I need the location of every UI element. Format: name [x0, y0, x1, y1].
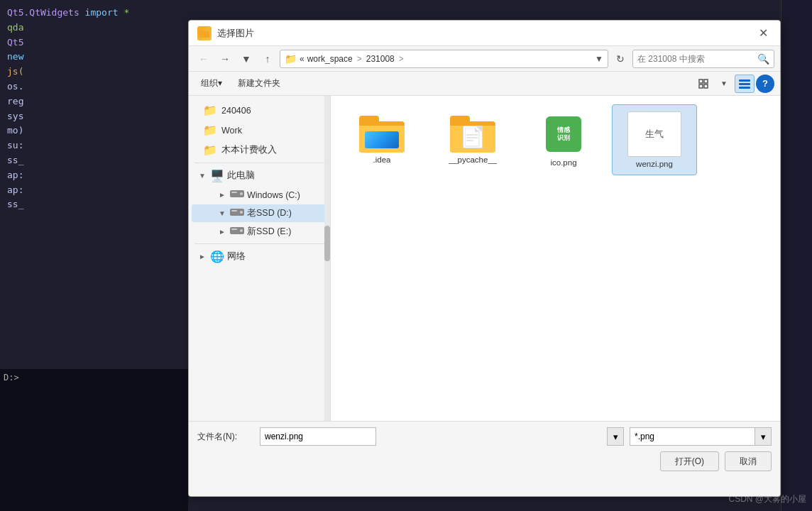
sidebar-label-muben: 木本计费收入 [221, 144, 277, 156]
view-buttons: ▼ ? [693, 75, 774, 93]
title-bar-left: 选择图片 [197, 26, 254, 40]
svg-rect-10 [231, 192, 237, 193]
address-segment-1: work_space [307, 54, 353, 64]
wenzi-file-icon: 生气 [627, 111, 681, 157]
sidebar-divider [194, 163, 324, 163]
svg-rect-1 [199, 30, 204, 33]
dialog-title: 选择图片 [217, 27, 254, 40]
filename-input-wrapper: ▾ [260, 427, 624, 446]
sidebar-item-muben[interactable]: 📁 木本计费收入 [192, 141, 327, 160]
sidebar-drive-d[interactable]: ▼ 老SSD (D:) [192, 204, 327, 222]
drive-icon-e [230, 226, 244, 238]
terminal-background: D:> [0, 369, 188, 511]
sidebar-this-pc[interactable]: ▼ 🖥️ 此电脑 [192, 166, 327, 185]
sidebar-scrollbar-thumb[interactable] [324, 226, 330, 261]
folder-icon-muben: 📁 [203, 143, 217, 157]
sidebar: 📁 240406 📁 Work 📁 木本计费收入 ▼ 🖥️ 此电脑 ► [189, 96, 331, 421]
forward-button[interactable]: → [216, 50, 234, 68]
ico-file-icon: 情感识别 [542, 113, 585, 155]
sidebar-label-work: Work [221, 126, 242, 136]
bottom-bar: 文件名(N): ▾ *.png ▾ 打开(O) 取消 [189, 421, 780, 497]
navigation-toolbar: ← → ▼ ↑ 📁 « work_space > 231008 > ▼ ↻ 🔍 [189, 46, 780, 72]
refresh-button[interactable]: ↻ [611, 50, 630, 68]
svg-rect-8 [739, 87, 750, 89]
folder-icon-idea [359, 116, 405, 153]
filename-input[interactable] [260, 427, 376, 446]
expand-c[interactable]: ► [217, 190, 227, 200]
search-icon: 🔍 [757, 53, 769, 65]
expand-this-pc[interactable]: ▼ [197, 171, 207, 181]
svg-point-14 [240, 211, 243, 214]
expand-d[interactable]: ▼ [217, 209, 227, 219]
expand-network[interactable]: ► [197, 252, 207, 262]
address-bar[interactable]: 📁 « work_space > 231008 > ▼ [280, 50, 608, 68]
folder-icon-work: 📁 [203, 123, 217, 137]
close-button[interactable]: ✕ [755, 25, 772, 42]
filename-label: 文件名(N): [197, 431, 254, 443]
title-bar: 选择图片 ✕ [189, 21, 780, 46]
network-label: 网络 [227, 251, 246, 263]
file-label-pycache: __pycache__ [449, 155, 497, 164]
svg-rect-6 [739, 79, 750, 82]
file-area: .idea [331, 96, 780, 421]
drive-icon-c [230, 189, 244, 201]
organize-button[interactable]: 组织▾ [194, 75, 229, 93]
filename-dropdown-button[interactable]: ▾ [607, 427, 624, 446]
svg-rect-3 [704, 79, 708, 83]
network-icon: 🌐 [210, 250, 224, 263]
sidebar-item-240406[interactable]: 📁 240406 [192, 101, 327, 120]
svg-rect-4 [699, 84, 703, 88]
address-separator-1: > [357, 54, 362, 64]
computer-icon: 🖥️ [210, 169, 224, 182]
svg-rect-16 [231, 229, 237, 230]
address-prefix: « [300, 54, 304, 64]
view-detail-button[interactable] [735, 75, 755, 93]
view-grid-button[interactable] [693, 75, 713, 93]
expand-e[interactable]: ► [217, 227, 227, 237]
sidebar-drive-c[interactable]: ► Windows (C:) [192, 186, 327, 204]
recent-locations-button[interactable]: ▼ [237, 50, 256, 68]
sidebar-network[interactable]: ► 🌐 网络 [192, 247, 327, 266]
filetype-dropdown-button[interactable]: ▾ [755, 427, 772, 446]
address-separator-2: > [399, 54, 404, 64]
file-dialog: 选择图片 ✕ ← → ▼ ↑ 📁 « work_space > 231008 >… [188, 20, 781, 497]
view-options-dropdown[interactable]: ▼ [715, 75, 733, 93]
up-button[interactable]: ↑ [258, 50, 277, 68]
sidebar-item-work[interactable]: 📁 Work [192, 121, 327, 140]
filetype-select-wrapper: *.png ▾ [630, 427, 772, 446]
sidebar-drive-e[interactable]: ► 新SSD (E:) [192, 223, 327, 241]
file-label-wenzi: wenzi.png [636, 160, 673, 168]
search-input[interactable] [637, 54, 755, 64]
sidebar-divider-2 [194, 243, 324, 244]
dialog-icon [197, 26, 212, 40]
open-button[interactable]: 打开(O) [660, 451, 719, 471]
folder-icon-pycache [450, 116, 495, 153]
main-content: 📁 240406 📁 Work 📁 木本计费收入 ▼ 🖥️ 此电脑 ► [189, 96, 780, 421]
file-label-ico: ico.png [550, 158, 576, 167]
drive-icon-d [230, 207, 244, 219]
sidebar-scrollbar-track[interactable] [324, 96, 330, 421]
search-bar[interactable]: 🔍 [632, 50, 774, 68]
address-dropdown-arrow[interactable]: ▼ [595, 54, 603, 64]
watermark: CSDN @大雾的小屋 [728, 493, 806, 505]
back-button[interactable]: ← [194, 50, 213, 68]
file-item-idea[interactable]: .idea [339, 104, 424, 175]
svg-rect-2 [699, 79, 703, 83]
file-item-ico[interactable]: 情感识别 ico.png [521, 104, 606, 175]
address-segment-2: 231008 [366, 54, 395, 64]
sidebar-label-240406: 240406 [221, 106, 251, 116]
drive-d-label: 老SSD (D:) [247, 207, 292, 219]
help-button[interactable]: ? [756, 75, 774, 93]
cancel-button[interactable]: 取消 [725, 451, 772, 471]
svg-point-17 [240, 229, 243, 232]
action-row: 打开(O) 取消 [197, 451, 772, 471]
this-pc-label: 此电脑 [227, 170, 255, 182]
drive-c-label: Windows (C:) [247, 190, 300, 200]
file-item-wenzi[interactable]: 生气 wenzi.png [612, 104, 697, 175]
file-item-pycache[interactable]: __pycache__ [430, 104, 515, 175]
svg-point-11 [240, 192, 243, 195]
folder-icon-240406: 📁 [203, 104, 217, 117]
new-folder-button[interactable]: 新建文件夹 [231, 75, 287, 93]
svg-rect-7 [739, 83, 750, 85]
filetype-display: *.png [630, 427, 772, 446]
